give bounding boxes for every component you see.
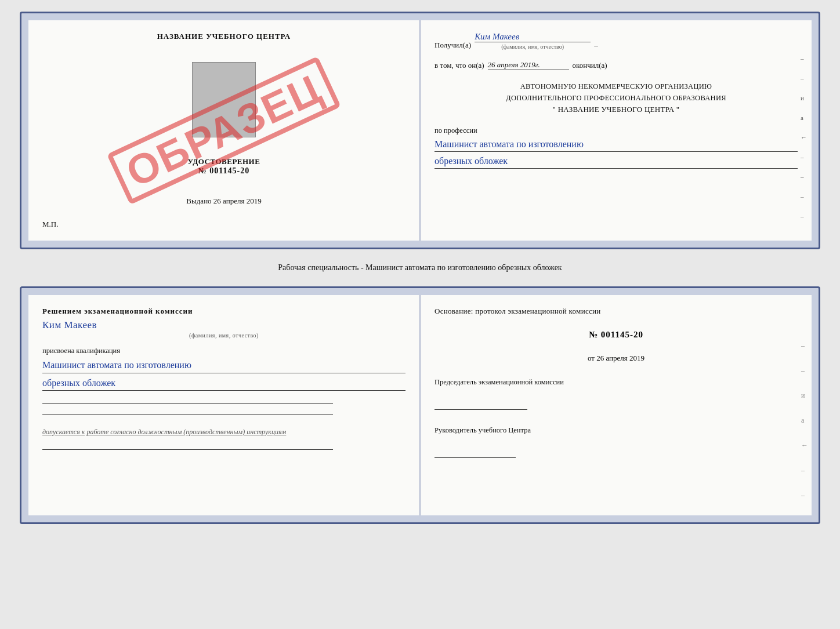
deco-b1: – [801,341,808,350]
fio-note-top: (фамилия, имя, отчество) [475,43,591,50]
vtom-date: 26 апреля 2019г. [488,60,569,70]
udostoverenie-num: № 001145-20 [188,166,260,176]
vtom-line: в том, что он(а) 26 апреля 2019г. окончи… [435,60,798,70]
ot-label: от [588,354,595,362]
deco-5: ← [801,134,807,141]
poluchil-name: Ким Макеев [475,32,591,42]
deco-b5: ← [801,441,808,450]
prisvoena-block: присвоена квалификация Машинист автомата… [42,347,405,391]
deco-4: а [801,114,807,121]
blank-lines [42,403,405,415]
top-right-panel: Получил(а) Ким Макеев (фамилия, имя, отч… [421,20,812,241]
bottom-left-panel: Решением экзаменационной комиссии Ким Ма… [28,295,421,515]
poluchil-label: Получил(а) [435,41,471,50]
profession-line1: Машинист автомата по изготовлению [435,137,798,152]
bottom-right-panel: Основание: протокол экзаменационной коми… [421,295,812,515]
rukovoditel-label: Руководитель учебного Центра [435,426,798,435]
dopuskaetsya-text: работе согласно должностным (производств… [86,428,286,436]
mp-line: М.П. [42,220,58,229]
resheniem-title: Решением экзаменационной комиссии [42,307,405,316]
po-professii: по профессии Машинист автомата по изгото… [435,126,798,169]
blank-line-3 [42,449,333,450]
rukovoditel-signature [435,444,516,458]
deco-b6: – [801,466,808,475]
dopuskaetsya-label: допускается к [42,428,85,436]
predsedatel-label: Председатель экзаменационной комиссии [435,378,798,387]
person-name: Ким Макеев [42,319,405,331]
vydano-label: Выдано [186,197,211,205]
deco-1: – [801,55,807,62]
deco-b3: и [801,391,808,400]
vtom-label: в том, что он(а) [435,61,484,70]
predsedatel-signature [435,396,527,410]
blank-line-1 [42,403,333,404]
rukovoditel-block: Руководитель учебного Центра [435,426,798,458]
top-document: НАЗВАНИЕ УЧЕБНОГО ЦЕНТРА УДОСТОВЕРЕНИЕ №… [20,12,820,249]
poluchil-line: Получил(а) Ким Макеев (фамилия, имя, отч… [435,32,798,50]
photo-placeholder [192,62,256,137]
dash-sep: – [594,41,598,50]
bottom-right-decorations: – – и а ← – – – – [801,341,808,515]
deco-3: и [801,94,807,101]
top-left-panel: НАЗВАНИЕ УЧЕБНОГО ЦЕНТРА УДОСТОВЕРЕНИЕ №… [28,20,421,241]
vydano-date: 26 апреля 2019 [213,197,262,205]
bottom-document: Решением экзаменационной комиссии Ким Ма… [20,286,820,524]
org-line1: АВТОНОМНУЮ НЕКОММЕРЧЕСКУЮ ОРГАНИЗАЦИЮ [435,81,798,92]
vydano-line: Выдано 26 апреля 2019 [186,197,261,206]
deco-9: – [801,213,807,220]
qualification-line2: обрезных обложек [42,376,405,391]
ot-date-val: 26 апреля 2019 [596,354,645,362]
learning-center-title: НАЗВАНИЕ УЧЕБНОГО ЦЕНТРА [157,32,291,41]
okonchil-label: окончил(а) [573,61,607,70]
deco-6: – [801,154,807,161]
profession-line2: обрезных обложек [435,154,798,169]
deco-b7: – [801,491,808,500]
osnovanie-block: Основание: протокол экзаменационной коми… [435,307,798,316]
udostoverenie-block: УДОСТОВЕРЕНИЕ № 001145-20 [188,157,260,176]
blank-line-2 [42,415,333,415]
po-professii-label: по профессии [435,126,477,134]
protocol-num: № 001145-20 [435,330,798,340]
deco-7: – [801,173,807,180]
deco-b4: а [801,416,808,425]
org-line2: ДОПОЛНИТЕЛЬНОГО ПРОФЕССИОНАЛЬНОГО ОБРАЗО… [435,92,798,104]
deco-b2: – [801,366,808,375]
qualification-line1: Машинист автомата по изготовлению [42,358,405,373]
deco-2: – [801,75,807,82]
fio-note-bottom: (фамилия, имя, отчество) [42,332,405,339]
udostoverenie-title: УДОСТОВЕРЕНИЕ [188,157,260,166]
resheniem-block: Решением экзаменационной комиссии Ким Ма… [42,307,405,339]
right-side-decorations: – – и а ← – – – – [801,55,807,220]
osnovanie-title: Основание: протокол экзаменационной коми… [435,307,798,316]
predsedatel-block: Председатель экзаменационной комиссии [435,378,798,410]
dopuskaetsya-block: допускается к работе согласно должностны… [42,428,405,437]
org-block: АВТОНОМНУЮ НЕКОММЕРЧЕСКУЮ ОРГАНИЗАЦИЮ ДО… [435,81,798,116]
ot-date: от 26 апреля 2019 [435,354,798,363]
description-line: Рабочая специальность - Машинист автомат… [278,259,562,277]
prisvoena-label: присвоена квалификация [42,347,120,355]
org-name: " НАЗВАНИЕ УЧЕБНОГО ЦЕНТРА " [435,104,798,116]
deco-8: – [801,193,807,200]
